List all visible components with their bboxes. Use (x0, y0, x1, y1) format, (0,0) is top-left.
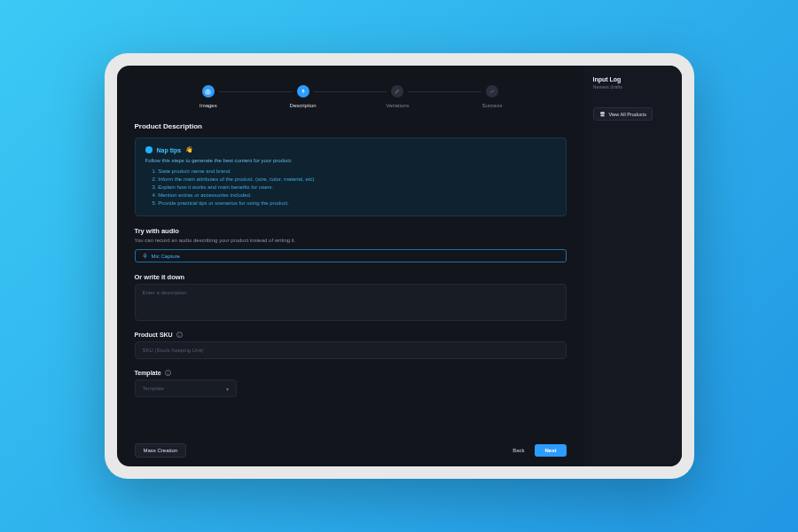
sku-label: Product SKU (135, 332, 173, 338)
stepper: Images Description Variations (161, 85, 540, 108)
tips-item: 4. Mention extras or accessories include… (153, 192, 556, 200)
sku-input[interactable] (135, 341, 567, 359)
tips-list: 1. State product name and brand. 2. Info… (145, 168, 556, 207)
mic-icon (142, 253, 148, 259)
check-icon (486, 85, 498, 98)
step-description[interactable]: Description (255, 85, 350, 108)
sidebar: Input Log Newest drafts View All Product… (584, 66, 682, 466)
template-label-row: Template i (135, 370, 567, 376)
mic-icon (297, 85, 309, 98)
camera-icon (202, 85, 215, 98)
sidebar-subtitle: Newest drafts (593, 84, 673, 90)
tips-item: 5. Provide practical tips or scenarios f… (153, 200, 556, 207)
bullet-icon (145, 146, 153, 153)
info-icon[interactable]: i (165, 370, 171, 376)
svg-rect-4 (144, 254, 145, 256)
template-select[interactable]: Template ▾ (135, 379, 237, 397)
tips-title: Nap tips (157, 147, 182, 153)
sku-label-row: Product SKU i (135, 332, 567, 338)
tips-item: 1. State product name and brand. (153, 168, 556, 176)
mic-capture-button[interactable]: Mic Capture (135, 249, 567, 262)
footer-right: Back Next (507, 444, 566, 457)
audio-title: Try with audio (135, 227, 567, 235)
wave-icon: 👋 (185, 146, 193, 153)
sidebar-title: Input Log (593, 76, 673, 82)
app-screen: Images Description Variations (117, 66, 682, 466)
step-label: Description (290, 103, 317, 108)
tips-card: Nap tips 👋 Follow this steps to generate… (135, 137, 567, 216)
description-textarea[interactable] (135, 284, 567, 321)
device-frame: Images Description Variations (105, 53, 694, 479)
mic-capture-label: Mic Capture (152, 254, 180, 259)
write-title: Or write it down (135, 273, 567, 281)
tips-item: 2. Inform the main attributes of the pro… (153, 176, 556, 184)
step-label: Images (200, 103, 217, 108)
chevron-down-icon: ▾ (226, 386, 229, 392)
template-placeholder: Template (143, 386, 164, 391)
svg-rect-2 (302, 90, 304, 92)
step-variations[interactable]: Variations (350, 85, 445, 108)
next-button[interactable]: Next (535, 444, 566, 457)
tips-header: Nap tips 👋 (145, 146, 556, 153)
tips-item: 3. Explain how it works and main benefit… (153, 184, 556, 192)
back-button[interactable]: Back (507, 444, 529, 457)
mass-creation-button[interactable]: Mass Creation (135, 443, 187, 458)
svg-point-1 (207, 90, 209, 92)
step-images[interactable]: Images (161, 85, 256, 108)
view-all-products-button[interactable]: View All Products (593, 107, 653, 121)
main-panel: Images Description Variations (117, 66, 584, 466)
audio-desc: You can record an audio describing your … (135, 238, 567, 243)
view-all-label: View All Products (609, 112, 646, 117)
step-label: Variations (386, 103, 409, 108)
page-title: Product Description (135, 122, 567, 130)
footer-bar: Mass Creation Back Next (135, 434, 567, 458)
tips-subtitle: Follow this steps to generate the best c… (145, 158, 556, 163)
template-label: Template (135, 370, 161, 376)
info-icon[interactable]: i (176, 332, 183, 338)
step-success[interactable]: Success (445, 85, 540, 108)
pencil-icon (391, 85, 403, 98)
store-icon (599, 111, 606, 117)
step-label: Success (482, 103, 503, 108)
